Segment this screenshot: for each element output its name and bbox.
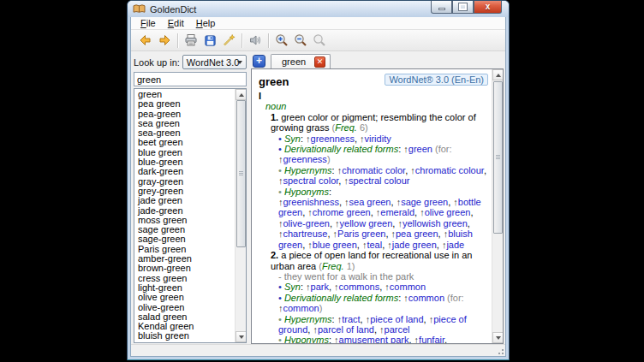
title-bar[interactable]: GoldenDict x (128, 1, 509, 17)
toolbar-separator (242, 33, 242, 48)
article-link[interactable]: yellow green (340, 218, 393, 228)
text-segment: , (468, 218, 470, 228)
article-link[interactable]: sea green (349, 197, 391, 207)
wordlist-item[interactable]: jade green (134, 196, 235, 205)
text-segment: 2. (271, 250, 281, 260)
article-link[interactable]: spectral color (283, 175, 339, 186)
minimize-button[interactable] (431, 1, 452, 14)
print-button[interactable] (182, 32, 200, 50)
scroll-up-icon[interactable] (492, 69, 504, 80)
wordlist-scroll-thumb[interactable] (236, 100, 246, 247)
article-link[interactable]: jade (446, 240, 464, 250)
forward-button[interactable] (155, 32, 174, 50)
pronounce-button[interactable] (246, 32, 265, 50)
article-link[interactable]: blue green (313, 240, 357, 250)
zoom-out-button[interactable] (291, 32, 310, 50)
article-link[interactable]: funfair (419, 335, 444, 343)
zoom-out-icon (294, 33, 307, 47)
text-segment: 1. (271, 112, 281, 122)
scroll-up-icon[interactable] (236, 89, 247, 100)
article-link[interactable]: sage green (401, 197, 448, 207)
text-segment: • (278, 165, 284, 175)
article-link[interactable]: amusement park (339, 335, 409, 343)
window-title: GoldenDict (150, 4, 196, 15)
back-icon (139, 33, 152, 47)
article-link[interactable]: greenness (283, 154, 327, 164)
article-link[interactable]: chrome green (313, 207, 371, 217)
text-segment: Hyponyms (284, 335, 329, 343)
article-link[interactable]: common (283, 303, 319, 313)
text-segment: I (259, 91, 261, 101)
article-link[interactable]: commons (339, 282, 380, 292)
article-link[interactable]: yellowish green (402, 218, 468, 228)
text-segment: ) (319, 303, 323, 313)
article-link[interactable]: tract (342, 314, 360, 324)
article-link[interactable]: piece of land (370, 314, 423, 324)
text-segment: Syn (284, 282, 301, 292)
menu-item-help[interactable]: Help (190, 18, 222, 28)
wordlist-item[interactable]: brown-green (134, 264, 235, 273)
text-segment: , (484, 165, 486, 175)
wordlist-item[interactable]: olive green (134, 293, 235, 302)
text-segment: a piece of open land for recreational us… (271, 250, 472, 270)
article-line: noun (265, 101, 490, 111)
dictionary-group-value: WordNet 3.0 (187, 57, 240, 68)
article-link[interactable]: green (408, 144, 432, 154)
article-line: • Hypernyms: ↑tract, ↑piece of land, ↑pi… (278, 314, 490, 335)
wordlist-item[interactable]: dark-green (134, 167, 235, 176)
tab-green[interactable]: green ✕ (271, 54, 331, 68)
article-link[interactable]: teal (367, 240, 382, 250)
article-link[interactable]: viridity (365, 134, 391, 144)
scan-popup-button[interactable] (219, 32, 238, 50)
article-scrollbar[interactable] (492, 69, 503, 343)
wordlist-item[interactable]: pea green (134, 99, 235, 109)
scroll-down-icon[interactable] (492, 332, 504, 343)
text-segment: (for: (444, 293, 464, 303)
article-link[interactable]: chartreuse (283, 228, 328, 239)
article-line: - they went for a walk in the park (278, 271, 490, 282)
resize-grip-icon[interactable] (496, 347, 504, 355)
tab-close-button[interactable]: ✕ (314, 56, 325, 68)
article-link[interactable]: greenness (311, 134, 355, 144)
article-link[interactable]: common (390, 282, 426, 292)
article-link[interactable]: jade green (392, 240, 437, 250)
scroll-down-icon[interactable] (236, 331, 247, 342)
wordlist-panel: greenpea greenpea-greensea greensea-gree… (134, 88, 247, 343)
wordlist-item[interactable]: bottle green (134, 341, 235, 342)
dictionary-group-select[interactable]: WordNet 3.0 (182, 55, 247, 69)
wordlist-scrollbar[interactable] (235, 89, 246, 342)
text-segment: green color or pigment; resembling the c… (271, 112, 476, 133)
article-link[interactable]: chromatic colour (415, 165, 484, 175)
zoom-in-button[interactable] (272, 32, 291, 50)
zoom-reset-icon (313, 33, 326, 47)
article-link[interactable]: greenishness (283, 197, 339, 207)
add-tab-button[interactable]: + (253, 55, 265, 68)
text-segment: Derivationally related forms (284, 293, 398, 303)
article-link[interactable]: parcel of land (318, 324, 374, 335)
maximize-button[interactable] (452, 1, 474, 14)
back-button[interactable] (136, 32, 155, 50)
close-button[interactable]: x (474, 1, 502, 14)
article-link[interactable]: park (311, 282, 329, 292)
article-link[interactable]: emerald (380, 207, 414, 217)
article-link[interactable]: parcel (385, 324, 410, 335)
text-segment: Hypernyms (284, 314, 332, 324)
save-article-button[interactable] (200, 32, 219, 50)
menu-item-edit[interactable]: Edit (162, 18, 190, 28)
search-input[interactable] (134, 72, 247, 86)
zoom-reset-button[interactable] (310, 32, 329, 50)
article-link[interactable]: spectral colour (349, 175, 410, 186)
article-link[interactable]: Paris green (337, 228, 385, 239)
article-link[interactable]: pea green (396, 228, 438, 239)
dictionary-badge[interactable]: WordNet® 3.0 (En-En) (385, 74, 488, 86)
article-link[interactable]: common (408, 293, 444, 303)
article-scroll-thumb[interactable] (493, 81, 503, 234)
article-link[interactable]: chromatic color (342, 165, 405, 175)
tab-label: green (282, 56, 306, 67)
close-icon: x (486, 3, 491, 11)
article-link[interactable]: olive-green (283, 218, 330, 228)
menu-item-file[interactable]: File (134, 18, 162, 28)
text-segment: Hypernyms (284, 165, 332, 175)
article-line: • Hyponyms: ↑amusement park, ↑funfair, ↑… (278, 335, 490, 343)
article-link[interactable]: olive green (425, 207, 471, 217)
